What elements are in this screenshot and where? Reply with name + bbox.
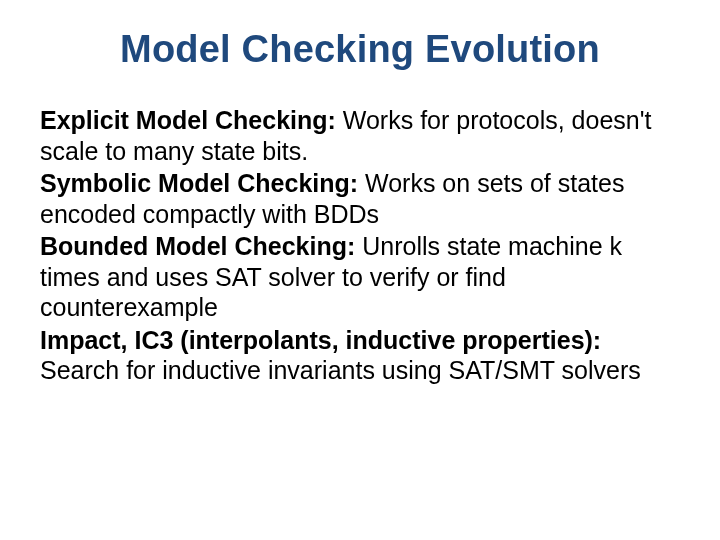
bullet-item: Impact, IC3 (interpolants, inductive pro…	[40, 325, 680, 386]
slide: Model Checking Evolution Explicit Model …	[0, 0, 720, 540]
slide-body: Explicit Model Checking: Works for proto…	[40, 105, 680, 386]
bullet-lead: Bounded Model Checking:	[40, 232, 355, 260]
bullet-lead: Symbolic Model Checking:	[40, 169, 358, 197]
bullet-lead: Explicit Model Checking:	[40, 106, 336, 134]
bullet-item: Bounded Model Checking: Unrolls state ma…	[40, 231, 680, 323]
bullet-item: Explicit Model Checking: Works for proto…	[40, 105, 680, 166]
bullet-lead: Impact, IC3 (interpolants, inductive pro…	[40, 326, 601, 354]
bullet-text: Search for inductive invariants using SA…	[40, 356, 641, 384]
bullet-item: Symbolic Model Checking: Works on sets o…	[40, 168, 680, 229]
slide-title: Model Checking Evolution	[40, 28, 680, 71]
